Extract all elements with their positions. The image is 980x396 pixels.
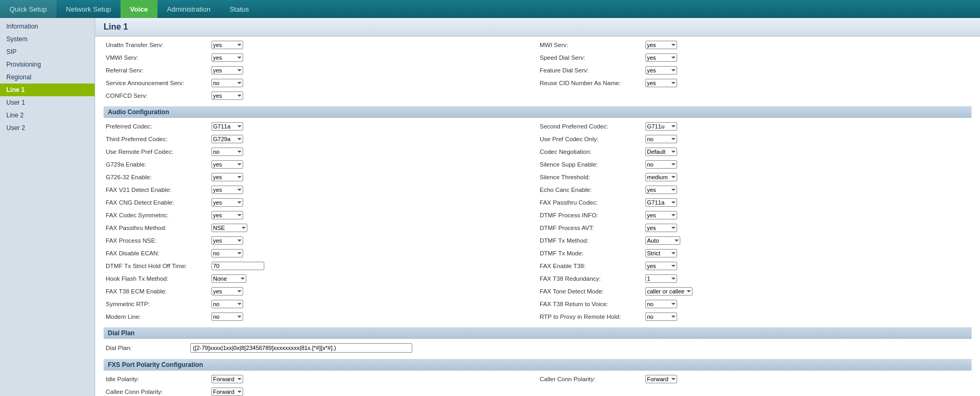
form-row-dtmf-avt: DTMF Process AVT: yesno xyxy=(538,222,972,234)
form-row-hook-flash: Hook Flash Tx Method: NoneAVTSIP-INFO xyxy=(104,272,538,285)
select-callee-conn[interactable]: ForwardReverse xyxy=(211,388,243,396)
sidebar-item-system[interactable]: System xyxy=(0,33,95,45)
label-unattn: Unattn Transfer Serv: xyxy=(106,42,211,48)
form-area: Unattn Transfer Serv: yesno VMWI Serv: y… xyxy=(95,36,980,396)
label-symmetric-rtp: Symmetric RTP: xyxy=(106,301,211,307)
form-row-referral: Referral Serv: yesno xyxy=(104,64,538,77)
form-row-unattn: Unattn Transfer Serv: yesno xyxy=(104,39,538,51)
label-t38-return: FAX T38 Return to Voice: xyxy=(540,301,645,307)
label-callee-conn: Callee Conn Polarity: xyxy=(106,389,211,395)
sidebar-item-regional[interactable]: Regional xyxy=(0,71,95,84)
label-codec-neg: Codec Negotiation: xyxy=(540,149,645,155)
label-confcd: CONFCD Serv: xyxy=(106,93,211,99)
select-fax-t38[interactable]: yesno xyxy=(645,262,677,270)
services-grid: Unattn Transfer Serv: yesno VMWI Serv: y… xyxy=(104,39,972,102)
form-row-echo-canc: Echo Canc Enable: yesno xyxy=(538,183,972,196)
label-fax-t38: FAX Enable T38: xyxy=(540,263,645,269)
select-modem-line[interactable]: noyes xyxy=(211,312,243,321)
select-reuse-cid[interactable]: yesno xyxy=(645,79,677,87)
select-t38-ecm[interactable]: yesno xyxy=(211,287,243,296)
select-speed-dial[interactable]: yesno xyxy=(645,53,677,62)
nav-quick-setup[interactable]: Quick Setup xyxy=(0,0,57,18)
form-row-t38-redun: FAX T38 Redundancy: 102 xyxy=(538,272,972,285)
nav-voice[interactable]: Voice xyxy=(121,0,158,18)
select-third-codec[interactable]: G729aG711aG711u xyxy=(211,135,243,143)
select-feature-dial[interactable]: yesno xyxy=(645,66,677,75)
select-fax-process-nse[interactable]: yesno xyxy=(211,236,243,245)
select-unattn[interactable]: yesno xyxy=(211,41,243,49)
form-row-third-codec: Third Preferred Codec: G729aG711aG711u xyxy=(104,133,538,145)
select-vmwi[interactable]: yesno xyxy=(211,53,243,62)
form-row-idle-polarity: Idle Polarity: ForwardReverse xyxy=(104,373,538,385)
select-dtmf-tx-mode[interactable]: StrictNormal xyxy=(645,249,677,257)
section-dialplan: Dial Plan xyxy=(104,327,972,339)
select-remote-pref[interactable]: noyes xyxy=(211,148,243,156)
select-fax-disable-ecan[interactable]: noyes xyxy=(211,249,243,257)
select-fax-passthru-method[interactable]: NSEReINVITENone xyxy=(211,224,247,232)
services-right: MWI Serv: yesno Speed Dial Serv: yesno F… xyxy=(538,39,972,102)
form-row-feature-dial: Feature Dial Serv: yesno xyxy=(538,64,972,77)
form-row-remote-pref: Use Remote Pref Codec: noyes xyxy=(104,145,538,158)
select-confcd[interactable]: yesno xyxy=(211,91,243,100)
select-symmetric-rtp[interactable]: noyes xyxy=(211,300,243,308)
select-pref-only[interactable]: noyes xyxy=(645,135,677,143)
nav-administration[interactable]: Administration xyxy=(158,0,220,18)
select-idle-polarity[interactable]: ForwardReverse xyxy=(211,375,243,383)
select-fax-symmetric[interactable]: yesno xyxy=(211,211,243,219)
sidebar-item-sip[interactable]: SIP xyxy=(0,45,95,58)
form-row-caller-conn: Caller Conn Polarity: ForwardReverse xyxy=(538,373,972,385)
select-t38-redun[interactable]: 102 xyxy=(645,274,677,283)
form-row-silence-thresh: Silence Threshold: mediumlowhigh xyxy=(538,171,972,183)
sidebar-item-information[interactable]: Information xyxy=(0,20,95,33)
select-g729a[interactable]: yesno xyxy=(211,160,243,169)
form-row-second-codec: Second Preferred Codec: G711uG711aG729a xyxy=(538,120,972,133)
form-row-g729a: G729a Enable: yesno xyxy=(104,158,538,171)
select-dtmf-tx-method[interactable]: AutoAVTSIP-INFOInBand xyxy=(645,236,680,245)
select-silence-supp[interactable]: noyes xyxy=(645,160,677,169)
select-echo-canc[interactable]: yesno xyxy=(645,186,677,194)
nav-network-setup[interactable]: Network Setup xyxy=(57,0,121,18)
select-mwi[interactable]: yesno xyxy=(645,41,677,49)
select-second-codec[interactable]: G711uG711aG729a xyxy=(645,122,677,131)
select-pref-codec[interactable]: G711aG711uG729a xyxy=(211,122,243,131)
select-svc-announce[interactable]: noyes xyxy=(211,79,243,87)
nav-status[interactable]: Status xyxy=(220,0,258,18)
label-dtmf-hold-off: DTMF Tx Strict Hold Off Time: xyxy=(106,263,211,269)
label-reuse-cid: Reuse CID Number As Name: xyxy=(540,80,645,86)
label-t38-redun: FAX T38 Redundancy: xyxy=(540,275,645,282)
select-rtp-proxy[interactable]: noyes xyxy=(645,312,677,321)
select-fax-passthru-codec[interactable]: G711aG711u xyxy=(645,198,677,207)
select-fax-cng[interactable]: yesno xyxy=(211,198,243,207)
label-fax-disable-ecan: FAX Disable ECAN: xyxy=(106,250,211,256)
input-dtmf-hold-off[interactable] xyxy=(211,262,264,270)
form-row-dtmf-tx-mode: DTMF Tx Mode: StrictNormal xyxy=(538,247,972,260)
label-fax-v21: FAX V21 Detect Enable: xyxy=(106,187,211,193)
select-hook-flash[interactable]: NoneAVTSIP-INFO xyxy=(211,274,246,283)
input-dialplan[interactable] xyxy=(190,343,412,353)
select-t38-return[interactable]: noyes xyxy=(645,300,677,308)
select-caller-conn[interactable]: ForwardReverse xyxy=(645,375,677,383)
section-fxs: FXS Port Polarity Configuration xyxy=(104,359,972,371)
select-tone-detect[interactable]: caller or calleecallercallee xyxy=(645,287,692,296)
form-row-dtmf-tx-method: DTMF Tx Method: AutoAVTSIP-INFOInBand xyxy=(538,234,972,247)
sidebar-item-line2[interactable]: Line 2 xyxy=(0,109,95,122)
label-dtmf-tx-mode: DTMF Tx Mode: xyxy=(540,250,645,256)
select-codec-neg[interactable]: DefaultList xyxy=(645,148,677,156)
label-pref-only: Use Pref Codec Only: xyxy=(540,136,645,142)
select-dtmf-info[interactable]: yesno xyxy=(645,211,677,219)
label-speed-dial: Speed Dial Serv: xyxy=(540,54,645,61)
select-referral[interactable]: yesno xyxy=(211,66,243,75)
label-silence-supp: Silence Supp Enable: xyxy=(540,161,645,168)
form-row-dtmf-hold-off: DTMF Tx Strict Hold Off Time: xyxy=(104,260,538,272)
select-g726[interactable]: yesno xyxy=(211,173,243,181)
sidebar-item-user2[interactable]: User 2 xyxy=(0,122,95,134)
select-silence-thresh[interactable]: mediumlowhigh xyxy=(645,173,677,181)
label-referral: Referral Serv: xyxy=(106,67,211,73)
sidebar-item-line1[interactable]: Line 1 xyxy=(0,84,95,96)
form-row-dtmf-info: DTMF Process INFO: yesno xyxy=(538,209,972,222)
select-dtmf-avt[interactable]: yesno xyxy=(645,224,677,232)
select-fax-v21[interactable]: yesno xyxy=(211,186,243,194)
sidebar-item-provisioning[interactable]: Provisioning xyxy=(0,58,95,71)
sidebar-item-user1[interactable]: User 1 xyxy=(0,96,95,109)
label-pref-codec: Preferred Codec: xyxy=(106,123,211,130)
